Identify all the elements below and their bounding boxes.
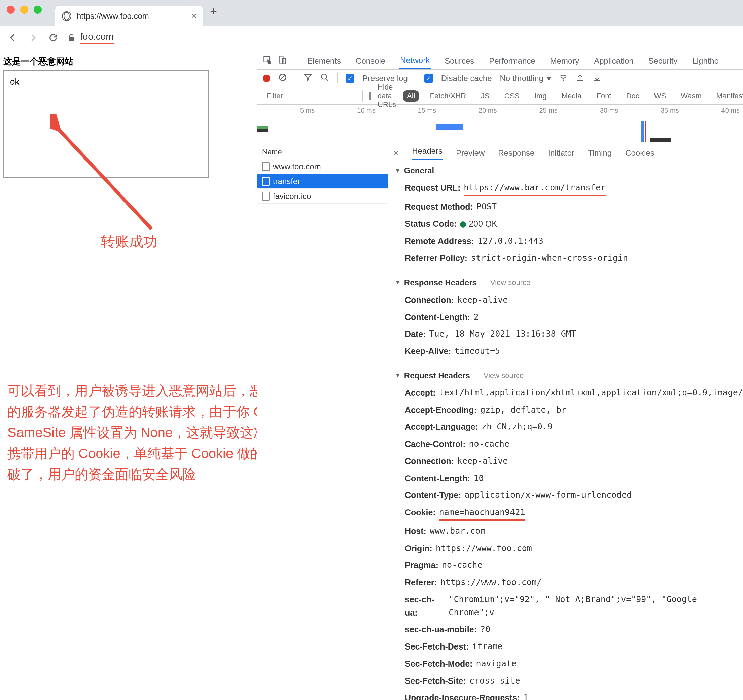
document-icon (262, 192, 269, 201)
request-row[interactable]: transfer (258, 174, 388, 189)
iframe-text: ok (10, 77, 19, 87)
response-headers-section: ▼Response HeadersView source Connection:… (388, 273, 743, 366)
filter-chip-wasm[interactable]: Wasm (677, 90, 706, 102)
detail-tab-headers[interactable]: Headers (412, 147, 443, 160)
svg-point-6 (321, 74, 326, 79)
request-row[interactable]: favicon.ico (258, 189, 388, 204)
network-toolbar: ✓ Preserve log ✓ Disable cache No thrott… (258, 70, 743, 87)
view-source-link[interactable]: View source (484, 371, 524, 380)
filter-input[interactable] (263, 90, 363, 102)
network-timeline[interactable]: 5 ms 10 ms 15 ms 20 ms 25 ms 30 ms 35 ms… (258, 105, 743, 145)
status-ok-icon (460, 222, 466, 228)
chevron-down-icon: ▾ (547, 74, 551, 83)
page-heading: 这是一个恶意网站 (3, 56, 252, 67)
detail-tab-initiator[interactable]: Initiator (548, 148, 574, 158)
request-url-value: https://www.bar.com/transfer (464, 181, 605, 196)
document-icon (262, 162, 269, 171)
annotation-success: 转账成功 (101, 232, 157, 251)
filter-chip-img[interactable]: Img (530, 90, 551, 102)
filter-chip-ws[interactable]: WS (650, 90, 670, 102)
general-section: ▼General Request URL:https://www.bar.com… (388, 161, 743, 273)
tab-elements[interactable]: Elements (306, 53, 342, 69)
inspect-element-icon[interactable] (263, 55, 272, 67)
tab-lighthouse[interactable]: Lightho (691, 53, 720, 69)
triangle-down-icon[interactable]: ▼ (395, 279, 401, 286)
device-toggle-icon[interactable] (278, 55, 287, 67)
search-icon[interactable] (320, 73, 329, 84)
lock-icon (67, 34, 75, 42)
filter-chip-xhr[interactable]: Fetch/XHR (426, 90, 470, 102)
url-domain: foo.com (80, 31, 114, 44)
devtools-tabs: Elements Console Network Sources Perform… (258, 52, 743, 70)
devtools-panel: Elements Console Network Sources Perform… (257, 52, 743, 700)
detail-tab-cookies[interactable]: Cookies (625, 148, 654, 158)
filter-icon[interactable] (303, 73, 312, 84)
tab-console[interactable]: Console (354, 53, 387, 69)
filter-chip-all[interactable]: All (403, 90, 419, 102)
request-row[interactable]: www.foo.com (258, 159, 388, 174)
globe-icon (62, 12, 71, 21)
tab-performance[interactable]: Performance (488, 53, 536, 69)
filter-chip-css[interactable]: CSS (500, 90, 524, 102)
detail-tab-timing[interactable]: Timing (588, 148, 612, 158)
request-detail: × Headers Preview Response Initiator Tim… (388, 145, 743, 700)
svg-line-0 (57, 128, 151, 229)
close-tab-icon[interactable]: × (191, 11, 197, 22)
reload-button[interactable] (47, 32, 59, 44)
filter-chip-media[interactable]: Media (558, 90, 586, 102)
filter-chip-doc[interactable]: Doc (622, 90, 643, 102)
document-icon (262, 177, 269, 186)
back-button[interactable] (7, 32, 19, 44)
download-icon[interactable] (593, 73, 601, 84)
upload-icon[interactable] (576, 73, 585, 84)
filter-chip-font[interactable]: Font (593, 90, 616, 102)
throttling-select[interactable]: No throttling ▾ (500, 74, 551, 83)
request-list-header: Name (258, 145, 388, 159)
detail-tab-response[interactable]: Response (498, 148, 534, 158)
tab-security[interactable]: Security (647, 53, 679, 69)
request-headers-section: ▼Request HeadersView source Accept:text/… (388, 366, 743, 700)
annotation-arrow-icon (50, 114, 165, 235)
clear-button[interactable] (278, 73, 287, 84)
view-source-link[interactable]: View source (490, 278, 530, 287)
request-list: Name www.foo.com transfer favicon.ico (258, 145, 388, 700)
wifi-icon[interactable] (559, 73, 568, 84)
triangle-down-icon[interactable]: ▼ (395, 167, 401, 174)
browser-tab[interactable]: https://www.foo.com × (55, 6, 203, 26)
hide-data-urls-checkbox[interactable] (370, 92, 371, 100)
window-traffic-lights (7, 6, 42, 14)
disable-cache-checkbox[interactable]: ✓ (424, 74, 433, 83)
tab-memory[interactable]: Memory (549, 53, 581, 69)
disable-cache-label: Disable cache (441, 74, 492, 83)
url-field[interactable]: foo.com (67, 31, 114, 44)
tab-sources[interactable]: Sources (443, 53, 475, 69)
minimize-window-icon[interactable] (20, 6, 28, 14)
filter-chip-manifest[interactable]: Manifest (712, 90, 743, 102)
forward-button[interactable] (27, 32, 39, 44)
preserve-log-label: Preserve log (363, 74, 408, 83)
tab-title: https://www.foo.com (77, 12, 149, 21)
close-detail-icon[interactable]: × (394, 148, 398, 158)
close-window-icon[interactable] (7, 6, 15, 14)
svg-point-7 (563, 80, 564, 80)
tab-application[interactable]: Application (593, 53, 635, 69)
filter-chip-js[interactable]: JS (477, 90, 494, 102)
preserve-log-checkbox[interactable]: ✓ (346, 74, 354, 83)
record-button[interactable] (263, 75, 270, 82)
new-tab-button[interactable]: + (210, 4, 217, 19)
detail-tab-preview[interactable]: Preview (456, 148, 485, 158)
network-filter-bar: Hide data URLs All Fetch/XHR JS CSS Img … (258, 87, 743, 105)
tab-network[interactable]: Network (399, 52, 431, 69)
triangle-down-icon[interactable]: ▼ (395, 372, 401, 379)
browser-tab-strip: https://www.foo.com × + (0, 0, 743, 26)
maximize-window-icon[interactable] (34, 6, 42, 14)
address-bar: foo.com (0, 26, 743, 49)
